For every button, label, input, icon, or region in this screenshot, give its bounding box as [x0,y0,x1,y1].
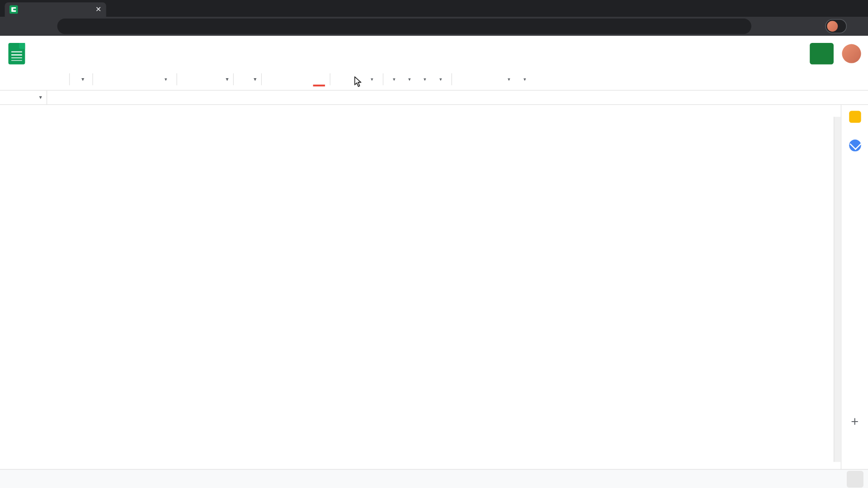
open-comments-button[interactable] [780,43,801,64]
side-panel: + [841,105,868,469]
link-button[interactable] [455,71,470,87]
caret-down-icon: ▼ [38,95,43,100]
italic-button[interactable] [281,71,295,87]
vertical-scrollbar[interactable] [834,117,841,462]
name-box[interactable]: ▼ [0,95,47,100]
halign-button[interactable]: ▾ [387,71,401,87]
filter-button[interactable]: ▾ [502,71,516,87]
insert-comment-button[interactable] [471,71,486,87]
spreadsheet-grid[interactable] [0,105,841,469]
window-close-button[interactable] [842,0,868,17]
print-button[interactable] [36,71,50,87]
rotate-button[interactable]: ▾ [434,71,448,87]
wrap-button[interactable]: ▾ [418,71,432,87]
fill-color-button[interactable] [334,71,348,87]
nav-reload-button[interactable] [39,19,55,34]
sheet-tab-bar [0,469,868,488]
reading-list-icon[interactable] [807,19,823,34]
caret-down-icon: ▼ [253,76,257,82]
percent-button[interactable] [112,71,127,87]
undo-button[interactable] [5,71,19,87]
paint-format-button[interactable] [51,71,66,87]
format-toolbar: ▼ ▾ ▼ ▼ ▾ ▾ ▾ ▾ ▾ [0,68,868,90]
keep-icon[interactable] [849,111,861,122]
share-button[interactable] [810,43,834,64]
nav-back-button[interactable] [4,19,19,34]
tasks-icon[interactable] [849,140,861,151]
address-bar[interactable] [57,19,751,34]
browser-tab[interactable]: ✕ [5,2,106,17]
zoom-select[interactable]: ▼ [73,76,89,82]
sheets-logo-icon[interactable] [5,42,29,66]
increase-decimal-button[interactable] [143,71,157,87]
bold-button[interactable] [265,71,280,87]
app-header [0,36,868,66]
caret-down-icon: ▼ [80,76,85,82]
sheets-app: ▼ ▾ ▼ ▼ ▾ ▾ ▾ ▾ ▾ [0,36,868,488]
more-formats-button[interactable]: ▾ [159,71,173,87]
addons-plus-button[interactable]: + [851,414,859,430]
document-title[interactable] [31,46,36,47]
decrease-decimal-button[interactable] [127,71,142,87]
insert-chart-button[interactable] [486,71,501,87]
currency-button[interactable] [97,71,111,87]
redo-button[interactable] [20,71,35,87]
caret-down-icon: ▼ [225,76,229,82]
profile-chip[interactable] [825,19,846,33]
valign-button[interactable]: ▾ [402,71,417,87]
browser-toolbar [0,17,868,36]
browser-titlebar: ✕ [0,0,868,17]
favicon-icon [9,5,18,14]
text-color-button[interactable] [312,71,326,87]
functions-button[interactable]: ▾ [518,71,532,87]
page-zoom-icon[interactable] [754,19,769,34]
explore-button[interactable] [847,470,863,487]
account-avatar[interactable] [842,44,861,63]
borders-button[interactable] [349,71,364,87]
strikethrough-button[interactable] [296,71,311,87]
browser-menu-icon[interactable] [849,19,864,34]
bookmark-star-icon[interactable] [772,19,787,34]
window-minimize-button[interactable] [789,0,816,17]
extensions-icon[interactable] [789,19,805,34]
tab-close-icon[interactable]: ✕ [95,5,101,14]
nav-forward-button[interactable] [21,19,37,34]
window-maximize-button[interactable] [816,0,842,17]
formula-bar: ▼ [0,90,868,105]
profile-avatar-icon [827,21,838,32]
merge-button[interactable]: ▾ [365,71,379,87]
